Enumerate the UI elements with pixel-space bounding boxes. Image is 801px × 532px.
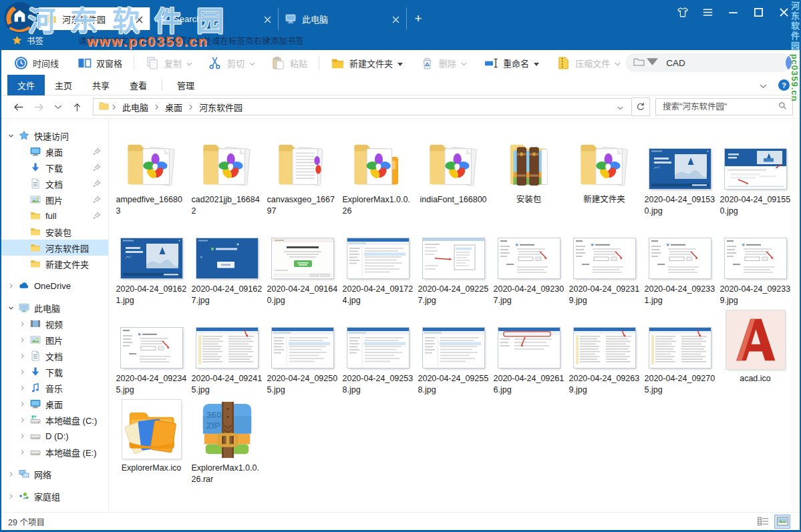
- sidebar-item[interactable]: 此电脑: [1, 300, 108, 316]
- file-item[interactable]: cad2021jjb_166842: [189, 128, 265, 218]
- chevron-down-icon[interactable]: [249, 57, 255, 69]
- file-item[interactable]: 2020-04-24_092345.jpg: [114, 307, 189, 396]
- new-folder-button[interactable]: 新建文件夹: [326, 50, 408, 75]
- sidebar-item[interactable]: OneDrive: [1, 278, 108, 294]
- file-item[interactable]: 2020-04-24_092558.jpg: [416, 307, 491, 396]
- compress-button[interactable]: 压缩文件: [552, 50, 625, 75]
- breadcrumb-segment[interactable]: 此电脑: [116, 101, 154, 113]
- folder-search-input[interactable]: [661, 101, 778, 112]
- file-item[interactable]: 2020-04-24_092705.jpg: [642, 307, 717, 396]
- file-item[interactable]: 2020-04-24_092639.jpg: [567, 307, 642, 396]
- chevron-down-icon[interactable]: [8, 304, 17, 311]
- chevron-down-icon[interactable]: [186, 57, 192, 69]
- sidebar-item[interactable]: 家庭组: [1, 488, 108, 504]
- chevron-right-icon[interactable]: [19, 433, 29, 439]
- paste-button[interactable]: 粘贴: [267, 50, 312, 75]
- sidebar-item[interactable]: 下载: [1, 364, 108, 380]
- sidebar-item[interactable]: full: [1, 208, 108, 224]
- file-item[interactable]: 2020-04-24_092331.jpg: [642, 218, 717, 307]
- chevron-right-icon[interactable]: [19, 384, 29, 391]
- close-tab-icon[interactable]: [392, 15, 399, 23]
- address-dropdown-icon[interactable]: [612, 101, 629, 113]
- file-item[interactable]: 2020-04-24_091640.jpg: [265, 218, 340, 307]
- file-item[interactable]: acad.ico: [717, 307, 793, 396]
- bookmark-label[interactable]: 书签: [27, 34, 43, 47]
- sidebar-item[interactable]: 下载: [1, 160, 108, 176]
- file-item[interactable]: 2020-04-24_091550.jpg: [717, 128, 793, 218]
- sidebar-item[interactable]: 音乐: [1, 380, 108, 396]
- chevron-right-icon[interactable]: [19, 368, 29, 375]
- help-button[interactable]: ?: [778, 79, 790, 91]
- chevron-right-icon[interactable]: [8, 282, 17, 289]
- back-button[interactable]: [8, 102, 29, 112]
- chevron-right-icon[interactable]: [19, 417, 29, 423]
- file-item[interactable]: ExplorerMax.ico: [114, 396, 189, 486]
- copy-button[interactable]: 复制: [141, 50, 197, 75]
- search-go-button[interactable]: [786, 53, 792, 72]
- chevron-down-icon[interactable]: [8, 132, 17, 139]
- breadcrumb-chevron-icon[interactable]: [112, 101, 116, 113]
- sidebar-item[interactable]: 新建文件夹: [1, 256, 108, 272]
- chevron-down-icon[interactable]: [461, 57, 467, 69]
- forward-button[interactable]: [29, 102, 49, 112]
- file-item[interactable]: ExplorerMax1.0.0.26: [340, 128, 416, 218]
- chevron-down-icon[interactable]: [615, 57, 621, 69]
- sidebar-item[interactable]: 快速访问: [1, 127, 108, 144]
- collapse-ribbon-icon[interactable]: [760, 79, 767, 91]
- sidebar-item[interactable]: 桌面: [1, 144, 108, 160]
- sidebar-item[interactable]: 网络: [1, 466, 108, 482]
- close-tab-icon[interactable]: [264, 15, 271, 23]
- close-button[interactable]: [775, 4, 793, 20]
- sidebar-item[interactable]: 图片: [1, 192, 108, 208]
- chevron-right-icon[interactable]: [19, 320, 29, 327]
- delete-button[interactable]: 删除: [416, 50, 472, 75]
- theme-skin-icon[interactable]: [673, 4, 691, 20]
- chevron-right-icon[interactable]: [19, 449, 29, 455]
- file-item[interactable]: 2020-04-24_091621.jpg: [114, 218, 189, 307]
- search-scope-selector[interactable]: [633, 57, 658, 69]
- file-item[interactable]: 2020-04-24_092319.jpg: [567, 218, 642, 307]
- details-view-button[interactable]: [755, 515, 771, 529]
- sidebar-item[interactable]: 安装包: [1, 224, 108, 240]
- breadcrumb-segment[interactable]: 河东软件园: [193, 101, 249, 113]
- chevron-right-icon[interactable]: [8, 471, 17, 477]
- sidebar-item[interactable]: 本地磁盘 (E:): [1, 444, 108, 460]
- ribbon-tab-0[interactable]: 文件: [7, 75, 45, 95]
- chevron-right-icon[interactable]: [19, 336, 29, 343]
- file-item[interactable]: indiaFont_166800: [416, 128, 491, 218]
- close-tab-icon[interactable]: [136, 15, 143, 23]
- breadcrumb[interactable]: 此电脑桌面河东软件园: [93, 98, 632, 115]
- search-input[interactable]: [665, 57, 786, 69]
- sidebar-item[interactable]: 图片: [1, 332, 108, 348]
- file-item[interactable]: 360ZIPExplorerMax1.0.0.26.rar: [189, 396, 265, 486]
- file-item[interactable]: 2020-04-24_092307.jpg: [491, 218, 567, 307]
- file-item[interactable]: 2020-04-24_091530.jpg: [642, 128, 717, 218]
- bookmark-star-icon[interactable]: [12, 35, 22, 45]
- breadcrumb-segment[interactable]: 桌面: [159, 101, 188, 113]
- browser-tab-2[interactable]: 此电脑: [278, 7, 406, 30]
- breadcrumb-chevron-icon[interactable]: [154, 101, 159, 113]
- sidebar-item[interactable]: 河东软件园: [1, 240, 108, 256]
- maximize-button[interactable]: [750, 4, 768, 20]
- toolbar-search-box[interactable]: [625, 53, 792, 72]
- file-item[interactable]: 2020-04-24_091724.jpg: [340, 218, 416, 307]
- dual-pane-button[interactable]: 双窗格: [73, 50, 127, 75]
- file-item[interactable]: ampedfive_166803: [114, 128, 189, 218]
- browser-tab-0[interactable]: 河东软件园: [39, 7, 150, 30]
- file-item[interactable]: 2020-04-24_092505.jpg: [265, 307, 340, 396]
- dropdown-caret-icon[interactable]: [397, 57, 403, 69]
- browser-tab-1[interactable]: Search: [150, 7, 278, 30]
- refresh-button[interactable]: [632, 97, 650, 116]
- file-item[interactable]: 2020-04-24_091627.jpg: [189, 218, 265, 307]
- ribbon-tab-2[interactable]: 共享: [82, 75, 120, 95]
- new-tab-button[interactable]: +: [406, 7, 430, 30]
- up-button[interactable]: [67, 102, 88, 112]
- recent-locations-chevron-icon[interactable]: [49, 102, 67, 112]
- timeline-button[interactable]: 时间线: [9, 50, 63, 75]
- large-icons-view-button[interactable]: [774, 515, 790, 529]
- sidebar-item[interactable]: D (D:): [1, 428, 108, 444]
- sidebar-item[interactable]: 本地磁盘 (C:): [1, 412, 108, 428]
- file-item[interactable]: 2020-04-24_092339.jpg: [717, 218, 793, 307]
- file-item[interactable]: 2020-04-24_092415.jpg: [189, 307, 265, 396]
- sidebar-item[interactable]: 文档: [1, 176, 108, 192]
